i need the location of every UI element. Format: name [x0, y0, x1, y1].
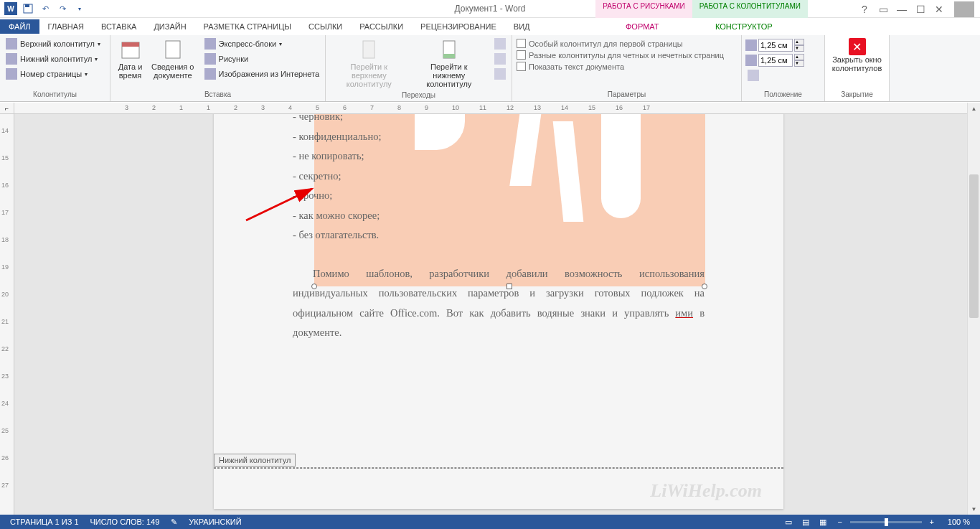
tab-insert[interactable]: ВСТАВКА: [93, 19, 145, 34]
ribbon-group-navigation: Перейти к верхнему колонтитулу Перейти к…: [326, 35, 512, 101]
insert-tab-stop[interactable]: [745, 68, 805, 83]
list-item: - как можно скорее;: [293, 206, 705, 226]
tab-home[interactable]: ГЛАВНАЯ: [39, 19, 93, 34]
goto-header-button[interactable]: Перейти к верхнему колонтитулу: [329, 37, 410, 90]
user-avatar[interactable]: [954, 1, 974, 17]
ribbon-options-button[interactable]: ▭: [877, 3, 890, 16]
quick-parts-icon: [204, 38, 216, 50]
vertical-scrollbar[interactable]: ▲ ▼: [967, 103, 980, 515]
context-tabs: РАБОТА С РИСУНКАМИ РАБОТА С КОЛОНТИТУЛАМ…: [595, 0, 808, 18]
list-item: - не копировать;: [293, 146, 705, 167]
calendar-icon: [119, 38, 142, 61]
qat-customize-icon[interactable]: ▾: [72, 1, 88, 17]
page-number-icon: [6, 68, 17, 80]
nav-prev-button: [491, 37, 509, 51]
spin-up[interactable]: ▲: [794, 54, 804, 60]
scroll-up-button[interactable]: ▲: [968, 103, 980, 114]
spin-up[interactable]: ▲: [794, 39, 804, 45]
language[interactable]: УКРАИНСКИЙ: [183, 518, 247, 526]
header-top-input[interactable]: [758, 39, 793, 52]
scroll-down-button[interactable]: ▼: [968, 503, 980, 515]
goto-header-icon: [357, 38, 380, 61]
footer-button[interactable]: Нижний колонтитул▾: [3, 52, 103, 66]
page-count[interactable]: СТРАНИЦА 1 ИЗ 1: [4, 518, 85, 526]
proofing-icon[interactable]: ✎: [165, 518, 183, 527]
group-title-options: Параметры: [515, 89, 738, 100]
print-layout-icon[interactable]: ▤: [798, 516, 813, 528]
tab-references[interactable]: ССЫЛКИ: [300, 19, 351, 34]
group-title-header-footer: Колонтитулы: [3, 89, 107, 100]
zoom-in-button[interactable]: +: [925, 516, 939, 528]
horizontal-ruler[interactable]: 3211234567891011121314151617: [14, 103, 967, 114]
svg-rect-7: [443, 54, 455, 58]
list-item: - срочно;: [293, 186, 705, 206]
checkbox-icon: [517, 62, 526, 71]
vertical-ruler[interactable]: 1415161718192021222324252627: [0, 114, 14, 515]
group-title-position: Положение: [745, 89, 821, 100]
tab-page-layout[interactable]: РАЗМЕТКА СТРАНИЦЫ: [195, 19, 300, 34]
header-icon: [6, 38, 17, 50]
show-doc-text-checkbox[interactable]: Показать текст документа: [515, 61, 725, 72]
maximize-button[interactable]: ☐: [914, 3, 927, 16]
group-title-insert: Вставка: [113, 89, 322, 100]
page-number-button[interactable]: Номер страницы▾: [3, 67, 103, 81]
footer-label: Нижний колонтитул: [214, 454, 296, 467]
ruler-corner: ⌐: [0, 103, 14, 114]
web-layout-icon[interactable]: ▦: [816, 516, 830, 528]
page-body: - черновик; - конфиденциально; - не копи…: [214, 114, 783, 357]
date-time-button[interactable]: Дата и время: [113, 37, 147, 81]
tab-file[interactable]: ФАЙЛ: [0, 19, 39, 34]
undo-button[interactable]: ↶: [37, 1, 53, 17]
ribbon-group-insert: Дата и время Сведения о документе Экспре…: [110, 35, 326, 101]
spin-down[interactable]: ▼: [794, 45, 804, 52]
minimize-button[interactable]: —: [895, 3, 908, 16]
close-header-footer-button[interactable]: ✕ Закрыть окно колонтитулов: [828, 37, 887, 74]
tab-design[interactable]: ДИЗАЙН: [145, 19, 194, 34]
site-watermark: LiWiHelp.com: [650, 480, 762, 502]
spellcheck-underline: ими: [675, 307, 693, 319]
zoom-slider-thumb[interactable]: [885, 518, 888, 526]
tab-constructor[interactable]: КОНСТРУКТОР: [707, 19, 781, 34]
page-number-label: Номер страницы: [20, 70, 82, 78]
header-from-top: ▲▼: [745, 38, 805, 52]
tab-format[interactable]: ФОРМАТ: [617, 19, 668, 34]
document-area[interactable]: - черновик; - конфиденциально; - не копи…: [14, 114, 967, 515]
save-button[interactable]: [20, 1, 36, 17]
list-item: - конфиденциально;: [293, 127, 705, 147]
group-title-navigation: Переходы: [329, 90, 509, 100]
word-count[interactable]: ЧИСЛО СЛОВ: 149: [85, 518, 166, 526]
header-button[interactable]: Верхний колонтитул▾: [3, 37, 103, 51]
online-pictures-button[interactable]: Изображения из Интернета: [202, 67, 322, 81]
spin-down[interactable]: ▼: [794, 60, 804, 67]
footer-bottom-input[interactable]: [758, 54, 793, 67]
doc-info-icon: [161, 38, 184, 61]
quick-parts-button[interactable]: Экспресс-блоки▾: [202, 37, 322, 51]
word-app-icon[interactable]: W: [3, 1, 19, 17]
read-mode-icon[interactable]: ▭: [781, 516, 796, 528]
document-info-button[interactable]: Сведения о документе: [147, 37, 199, 81]
footer-region[interactable]: Нижний колонтитул: [214, 467, 783, 469]
context-tab-pictures: РАБОТА С РИСУНКАМИ: [595, 0, 692, 18]
close-window-button[interactable]: ✕: [933, 3, 946, 16]
odd-even-checkbox[interactable]: Разные колонтитулы для четных и нечетных…: [515, 50, 725, 60]
close-icon: ✕: [849, 38, 866, 55]
status-bar: СТРАНИЦА 1 ИЗ 1 ЧИСЛО СЛОВ: 149 ✎ УКРАИН…: [0, 515, 980, 529]
header-pos-icon: [745, 39, 757, 51]
checkbox-icon: [517, 39, 526, 48]
goto-footer-button[interactable]: Перейти к нижнему колонтитулу: [410, 37, 489, 90]
zoom-slider[interactable]: [850, 521, 922, 523]
tab-mailings[interactable]: РАССЫЛКИ: [351, 19, 412, 34]
first-page-checkbox[interactable]: Особый колонтитул для первой страницы: [515, 38, 725, 49]
help-button[interactable]: ?: [858, 3, 871, 16]
zoom-value[interactable]: 100 %: [942, 518, 976, 526]
tab-review[interactable]: РЕЦЕНЗИРОВАНИЕ: [412, 19, 505, 34]
document-title: Документ1 - Word: [454, 4, 525, 14]
redo-button[interactable]: ↷: [55, 1, 70, 17]
pictures-button[interactable]: Рисунки: [202, 52, 322, 66]
zoom-out-button[interactable]: −: [833, 516, 847, 528]
page: - черновик; - конфиденциально; - не копи…: [214, 114, 783, 509]
footer-from-bottom: ▲▼: [745, 53, 805, 67]
footer-pos-icon: [745, 55, 757, 66]
tab-view[interactable]: ВИД: [505, 19, 539, 34]
scrollbar-thumb[interactable]: [969, 174, 979, 318]
